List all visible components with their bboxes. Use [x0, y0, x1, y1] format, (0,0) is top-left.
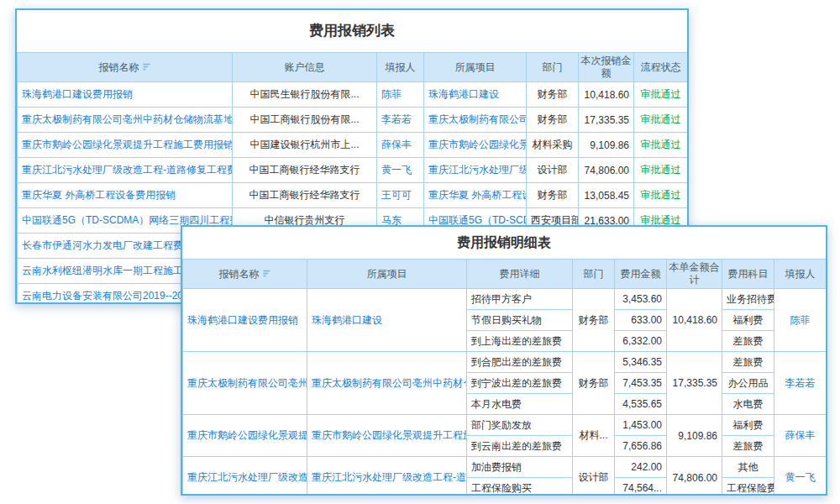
cell-status[interactable]: 审批通过 [634, 108, 688, 133]
cell-category: 业务招待费 [722, 289, 774, 310]
expense-detail-title: 费用报销明细表 [182, 227, 826, 259]
cell-dept: 财务部 [527, 82, 579, 108]
cell-expense-detail: 工程保险购买 [467, 478, 573, 496]
cell-report-name[interactable]: 重庆太极制药有限公司亳州中药材仓储物流基地项... [18, 108, 233, 133]
cell-dept: 财务部 [527, 108, 579, 133]
expense-list-title: 费用报销列表 [17, 10, 687, 52]
column-header-project: 所属项目 [307, 260, 467, 289]
expense-detail-table: 报销名称 所属项目 费用详细 部门 费用金额 本单金额合计 费用科目 填报人 珠… [182, 259, 827, 496]
cell-amount: 74,806.00 [579, 158, 634, 183]
cell-amount: 1,453.00 [615, 415, 667, 436]
column-header-dept: 部门 [573, 260, 615, 289]
cell-dept: 财务部 [573, 289, 615, 352]
column-header-amount: 费用金额 [615, 260, 667, 289]
cell-project[interactable]: 重庆市鹅岭公园绿化景观提升... [424, 133, 527, 158]
cell-expense-detail: 节假日购买礼物 [467, 310, 573, 331]
cell-report-name[interactable]: 重庆江北污水处理厂级改造工程- [183, 457, 307, 496]
cell-filler[interactable]: 黄一飞 [774, 457, 827, 496]
cell-category: 差旅费 [722, 352, 774, 373]
cell-project[interactable]: 珠海鹤港口建设 [307, 289, 467, 352]
cell-project[interactable]: 重庆华夏 外高桥工程设备 [424, 183, 527, 208]
cell-status[interactable]: 审批通过 [634, 158, 688, 183]
expense-detail-window: 费用报销明细表 报销名称 所属项目 费用详细 部门 费用金额 本单金额合计 费用… [181, 225, 827, 496]
header-row: 报销名称 所属项目 费用详细 部门 费用金额 本单金额合计 费用科目 填报人 [183, 260, 827, 289]
cell-dept: 财务部 [573, 352, 615, 415]
cell-report-name[interactable]: 重庆市鹅岭公园绿化景观提升工程施工费用报销 [18, 133, 233, 158]
column-header-filler: 填报人 [377, 53, 424, 82]
column-header-dept: 部门 [527, 53, 579, 82]
table-row: 重庆市鹅岭公园绿化景观提升工程施工费用报销 中国建设银行杭州市上... 薛保丰 … [18, 133, 688, 158]
sort-icon[interactable] [262, 269, 271, 278]
cell-amount: 7,656.86 [615, 436, 667, 457]
detail-row: 重庆江北污水处理厂级改造工程- 重庆江北污水处理厂级改造工程-道路修复工 加油费… [183, 457, 827, 478]
cell-dept: 材料采购 [527, 133, 579, 158]
cell-dept: 设计部 [573, 457, 615, 496]
cell-status[interactable]: 审批通过 [634, 183, 688, 208]
column-header-amount: 本次报销金额 [579, 53, 634, 82]
cell-account: 中国工商银行经华路支行 [233, 158, 377, 183]
cell-expense-detail: 加油费报销 [467, 457, 573, 478]
cell-account: 中国建设银行杭州市上... [233, 133, 377, 158]
cell-project[interactable]: 重庆太极制药有限公司亳州中药材仓储物流 [307, 352, 467, 415]
cell-filler[interactable]: 陈菲 [774, 289, 827, 352]
column-header-filler: 填报人 [774, 260, 827, 289]
cell-status[interactable]: 审批通过 [634, 82, 688, 108]
cell-report-name[interactable]: 珠海鹤港口建设费用报销 [183, 289, 307, 352]
cell-category: 福利费 [722, 415, 774, 436]
cell-report-name[interactable]: 珠海鹤港口建设费用报销 [18, 82, 233, 108]
cell-report-name[interactable]: 重庆华夏 外高桥工程设备费用报销 [18, 183, 233, 208]
cell-expense-detail: 到宁波出差的差旅费 [467, 373, 573, 394]
cell-category: 差旅费 [722, 331, 774, 352]
sort-icon[interactable] [142, 62, 151, 71]
cell-amount: 3,453.60 [615, 289, 667, 310]
cell-category: 其他 [722, 457, 774, 478]
cell-expense-detail: 到合肥出差的差旅费 [467, 352, 573, 373]
cell-account: 中国民生银行股份有限... [233, 82, 377, 108]
cell-filler[interactable]: 李若若 [774, 352, 827, 415]
cell-category: 水电费 [722, 394, 774, 415]
header-row: 报销名称 账户信息 填报人 所属项目 部门 本次报销金额 流程状态 [18, 53, 688, 82]
cell-expense-detail: 到云南出差的差旅费 [467, 436, 573, 457]
cell-project[interactable]: 重庆太极制药有限公司亳州中... [424, 108, 527, 133]
cell-project[interactable]: 重庆市鹅岭公园绿化景观提升工程施工 [307, 415, 467, 457]
cell-account: 中国工商银行股份有限... [233, 108, 377, 133]
cell-amount: 9,109.86 [579, 133, 634, 158]
cell-filler[interactable]: 李若若 [377, 108, 424, 133]
cell-amount: 5,346.35 [615, 352, 667, 373]
cell-filler[interactable]: 黄一飞 [377, 158, 424, 183]
detail-row: 重庆太极制药有限公司亳州中药材 重庆太极制药有限公司亳州中药材仓储物流 到合肥出… [183, 352, 827, 373]
cell-account: 中国工商银行经华路支行 [233, 183, 377, 208]
detail-row: 珠海鹤港口建设费用报销 珠海鹤港口建设 招待甲方客户 财务部 3,453.60 … [183, 289, 827, 310]
cell-amount: 74,564... [615, 478, 667, 496]
cell-amount: 13,058.45 [579, 183, 634, 208]
table-row: 珠海鹤港口建设费用报销 中国民生银行股份有限... 陈菲 珠海鹤港口建设 财务部… [18, 82, 688, 108]
column-header-detail: 费用详细 [467, 260, 573, 289]
cell-filler[interactable]: 薛保丰 [377, 133, 424, 158]
cell-amount: 7,453.35 [615, 373, 667, 394]
detail-row: 重庆市鹅岭公园绿化景观提升工程 重庆市鹅岭公园绿化景观提升工程施工 部门奖励发放… [183, 415, 827, 436]
cell-category: 办公用品 [722, 373, 774, 394]
column-header-name-label: 报销名称 [219, 268, 260, 280]
cell-dept: 设计部 [527, 158, 579, 183]
cell-filler[interactable]: 薛保丰 [774, 415, 827, 457]
cell-project[interactable]: 重庆江北污水处理厂级改造工程-道路修复工 [307, 457, 467, 496]
cell-amount: 10,418.60 [579, 82, 634, 108]
cell-report-name[interactable]: 重庆太极制药有限公司亳州中药材 [183, 352, 307, 415]
cell-category: 差旅费 [722, 436, 774, 457]
cell-project[interactable]: 珠海鹤港口建设 [424, 82, 527, 108]
column-header-project: 所属项目 [424, 53, 527, 82]
column-header-name: 报销名称 [183, 260, 307, 289]
cell-status[interactable]: 审批通过 [634, 133, 688, 158]
cell-total: 74,806.00 [667, 457, 722, 496]
column-header-total: 本单金额合计 [667, 260, 722, 289]
cell-project[interactable]: 重庆江北污水处理厂级改造工... [424, 158, 527, 183]
cell-report-name[interactable]: 重庆江北污水处理厂级改造工程-道路修复工程费用... [18, 158, 233, 183]
cell-filler[interactable]: 王可可 [377, 183, 424, 208]
column-header-name-label: 报销名称 [99, 61, 139, 73]
table-row: 重庆太极制药有限公司亳州中药材仓储物流基地项... 中国工商银行股份有限... … [18, 108, 688, 133]
cell-filler[interactable]: 陈菲 [377, 82, 424, 108]
cell-expense-detail: 招待甲方客户 [467, 289, 573, 310]
cell-report-name[interactable]: 重庆市鹅岭公园绿化景观提升工程 [183, 415, 307, 457]
column-header-category: 费用科目 [722, 260, 774, 289]
column-header-account: 账户信息 [233, 53, 377, 82]
